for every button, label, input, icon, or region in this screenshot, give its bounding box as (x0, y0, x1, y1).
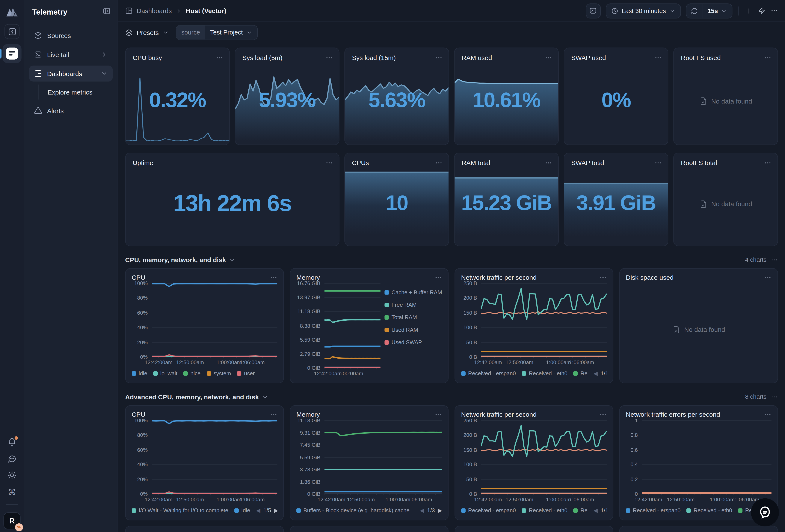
page-prev-icon[interactable]: ◀ (593, 507, 598, 513)
notifications-bell-icon[interactable] (7, 437, 17, 447)
card-menu-icon[interactable] (545, 159, 552, 166)
page-prev-icon[interactable]: ◀ (420, 507, 424, 513)
card-menu-icon[interactable] (654, 159, 662, 166)
legend-item[interactable]: Buffers - Block device (e.g. harddisk) c… (297, 507, 409, 513)
card-menu-icon[interactable] (434, 274, 442, 281)
legend-pagination: ◀1/5▶ (256, 507, 277, 513)
source-filter-value[interactable]: Test Project (205, 26, 257, 39)
x-tick-label: 12:42:00am (314, 370, 341, 376)
card-menu-icon[interactable] (435, 159, 442, 166)
card-menu-icon[interactable] (270, 274, 277, 281)
legend-item[interactable]: Free RAM (385, 302, 442, 308)
presets-dropdown[interactable]: Presets (125, 29, 169, 36)
more-options-icon[interactable] (770, 7, 778, 15)
stat-card-title: Root FS used (681, 54, 721, 61)
toolbar-divider (738, 6, 739, 15)
live-tail-button[interactable] (586, 3, 601, 18)
page-indicator: 1/5 (263, 507, 271, 513)
legend-item[interactable]: system (206, 370, 231, 376)
legend-item[interactable]: Re (574, 507, 587, 513)
plot-area (152, 420, 277, 494)
card-menu-icon[interactable] (216, 54, 223, 61)
card-menu-icon[interactable] (545, 54, 552, 61)
legend-swatch (153, 371, 158, 375)
legend-item[interactable]: Received - erspan0 (461, 370, 516, 376)
lightning-icon[interactable] (758, 7, 765, 15)
time-range-picker[interactable]: Last 30 minutes (606, 3, 681, 18)
chevron-down-icon[interactable] (229, 256, 235, 263)
support-chat-button[interactable] (751, 498, 779, 526)
sidebar-item-live-tail[interactable]: Live tail (29, 47, 112, 62)
legend-item[interactable]: Used SWAP (385, 339, 442, 345)
card-menu-icon[interactable] (435, 54, 442, 61)
sidebar-item-explore-metrics[interactable]: Explore metrics (48, 84, 112, 100)
legend-item[interactable]: Received - eth0 (522, 370, 567, 376)
refresh-interval-value: 15s (708, 7, 718, 15)
y-tick-label: 5.59 GiB (300, 337, 321, 343)
legend-item[interactable]: Idle (234, 507, 250, 513)
command-menu-icon[interactable]: ⌘ (8, 487, 16, 497)
legend-item[interactable]: Total RAM (385, 314, 442, 320)
chart-card-header: CPU (132, 274, 277, 281)
legend-item[interactable]: idle (132, 370, 147, 376)
workspace-avatar[interactable]: R NF (3, 512, 20, 529)
page-prev-icon[interactable]: ◀ (256, 507, 260, 513)
section-menu-icon[interactable] (771, 256, 778, 263)
quickstart-icon[interactable] (4, 24, 20, 39)
legend-item[interactable]: Received - eth0 (522, 507, 567, 513)
legend-item[interactable]: user (237, 370, 255, 376)
legend-item[interactable]: Received - erspan0 (626, 507, 681, 513)
page-prev-icon[interactable]: ◀ (593, 370, 598, 376)
source-filter[interactable]: source Test Project (176, 25, 258, 40)
page-next-icon[interactable]: ▶ (438, 507, 442, 513)
feedback-chat-icon[interactable] (7, 454, 17, 463)
legend-item[interactable]: Cache + Buffer RAM (385, 289, 442, 295)
card-menu-icon[interactable] (764, 54, 771, 61)
sidebar-item-sources[interactable]: Sources (29, 27, 112, 44)
legend-item[interactable]: Used RAM (385, 327, 442, 332)
card-menu-icon[interactable] (764, 159, 771, 166)
section-title: CPU, memory, network, and disk (125, 256, 226, 263)
stat-row-2: Uptime13h 22m 6sCPUs10RAM total15.23 GiB… (125, 153, 778, 246)
refresh-interval-select[interactable]: 15s (703, 7, 732, 15)
legend-item[interactable]: Re (738, 507, 752, 513)
theme-sun-icon[interactable] (7, 471, 17, 479)
stat-value: 13h 22m 6s (126, 189, 339, 216)
stat-card-title: CPUs (352, 159, 369, 166)
legend-item[interactable]: io_wait (153, 370, 178, 376)
legend-item[interactable]: Received - erspan0 (461, 507, 516, 513)
legend-item[interactable]: I/O Wait - Waiting for I/O to complete (132, 507, 228, 513)
legend-item[interactable]: Received - eth0 (687, 507, 732, 513)
chart-body: 100%80%60%40%20%0%12:42:00am12:50:00am1:… (132, 420, 277, 515)
y-tick-label: 0 B (469, 354, 477, 360)
legend-item[interactable]: Re (574, 370, 587, 376)
card-menu-icon[interactable] (599, 411, 607, 418)
card-menu-icon[interactable] (270, 411, 277, 418)
legend-item[interactable]: nice (183, 370, 201, 376)
section-menu-icon[interactable] (771, 394, 778, 400)
sidebar-collapse-icon[interactable] (103, 7, 111, 17)
company-logo-icon[interactable] (5, 5, 19, 19)
card-menu-icon[interactable] (325, 159, 333, 166)
x-axis-ticks (642, 494, 771, 495)
workspace-initial: R (9, 516, 15, 525)
chart-card-cpu: CPU100%80%60%40%20%0%12:42:00am12:50:00a… (125, 405, 284, 521)
stat-card-swap-total: SWAP total3.91 GiB (564, 153, 668, 246)
chevron-down-icon[interactable] (262, 394, 268, 400)
y-tick-label: 16.76 GiB (297, 280, 321, 286)
page-next-icon[interactable]: ▶ (274, 507, 277, 513)
card-menu-icon[interactable] (325, 54, 333, 61)
breadcrumb-dashboards-link[interactable]: Dashboards (136, 7, 172, 15)
card-menu-icon[interactable] (434, 411, 442, 418)
refresh-icon[interactable] (686, 4, 703, 18)
sidebar-item-dashboards[interactable]: Dashboards (29, 65, 112, 82)
card-menu-icon[interactable] (764, 411, 771, 418)
legend-label: I/O Wait - Waiting for I/O to complete (139, 507, 228, 513)
telemetry-nav-icon[interactable] (3, 44, 22, 63)
stat-value: 3.91 GiB (564, 191, 668, 215)
sidebar-item-alerts[interactable]: Alerts (29, 103, 112, 119)
card-menu-icon[interactable] (599, 274, 607, 281)
add-panel-icon[interactable] (745, 7, 753, 15)
card-menu-icon[interactable] (654, 54, 662, 61)
card-menu-icon[interactable] (764, 274, 771, 281)
